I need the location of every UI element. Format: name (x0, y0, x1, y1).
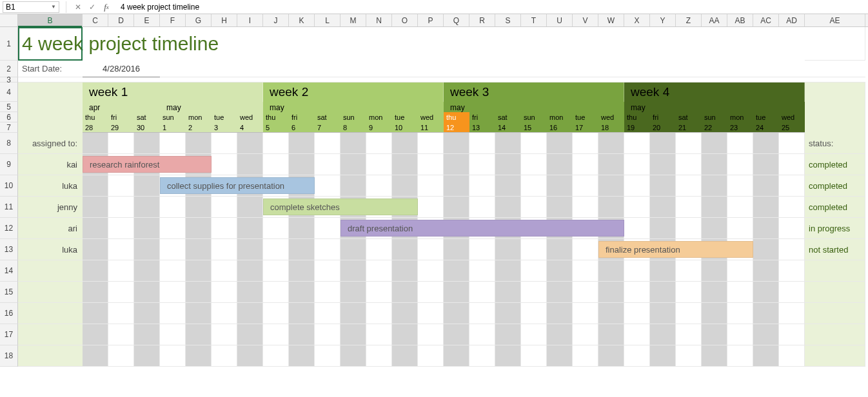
day-cell[interactable] (392, 345, 418, 367)
day-cell[interactable] (753, 239, 779, 260)
column-header-U[interactable]: U (547, 14, 573, 26)
day-cell[interactable] (263, 303, 289, 324)
day-cell[interactable] (624, 303, 650, 324)
cell[interactable] (805, 260, 865, 282)
month-label[interactable] (779, 102, 805, 112)
day-cell[interactable] (598, 260, 624, 282)
day-cell[interactable] (237, 197, 263, 218)
day-cell[interactable] (444, 239, 469, 260)
day-cell[interactable] (315, 175, 340, 197)
day-cell[interactable] (495, 239, 521, 260)
day-name[interactable]: tue (212, 112, 237, 122)
day-cell[interactable] (340, 303, 366, 324)
day-cell[interactable] (779, 197, 805, 218)
day-cell[interactable] (598, 154, 624, 175)
day-number[interactable]: 5 (263, 122, 289, 133)
day-cell[interactable] (702, 260, 727, 282)
day-cell[interactable] (469, 154, 495, 175)
day-cell[interactable] (315, 133, 340, 154)
column-header-R[interactable]: R (469, 14, 495, 26)
day-cell[interactable] (727, 282, 753, 303)
day-cell[interactable] (418, 282, 444, 303)
day-cell[interactable] (315, 303, 340, 324)
day-cell[interactable] (702, 218, 727, 239)
day-name[interactable]: tue (753, 112, 779, 122)
day-cell[interactable] (495, 260, 521, 282)
column-header-S[interactable]: S (495, 14, 521, 26)
day-cell[interactable] (727, 324, 753, 345)
day-cell[interactable] (779, 154, 805, 175)
day-cell[interactable] (263, 345, 289, 367)
day-number[interactable]: 10 (392, 122, 418, 133)
day-name[interactable]: sat (315, 112, 340, 122)
day-cell[interactable] (676, 218, 702, 239)
day-cell[interactable] (547, 197, 573, 218)
cell[interactable] (805, 282, 865, 303)
day-cell[interactable] (160, 218, 186, 239)
day-number[interactable]: 17 (573, 122, 598, 133)
column-header-T[interactable]: T (521, 14, 547, 26)
day-cell[interactable] (418, 154, 444, 175)
week-label[interactable]: week 1 (83, 82, 263, 102)
month-label[interactable]: apr (83, 102, 108, 112)
day-cell[interactable] (134, 282, 160, 303)
day-cell[interactable] (160, 345, 186, 367)
day-cell[interactable] (753, 282, 779, 303)
column-header-V[interactable]: V (573, 14, 598, 26)
day-number[interactable]: 19 (624, 122, 650, 133)
day-cell[interactable] (727, 218, 753, 239)
status-value[interactable]: completed (805, 154, 865, 175)
column-header-AA[interactable]: AA (702, 14, 727, 26)
day-cell[interactable] (676, 324, 702, 345)
day-cell[interactable] (727, 260, 753, 282)
day-cell[interactable] (779, 324, 805, 345)
day-name[interactable]: mon (366, 112, 392, 122)
day-cell[interactable] (727, 133, 753, 154)
day-number[interactable]: 24 (753, 122, 779, 133)
column-header-C[interactable]: C (83, 14, 108, 26)
day-cell[interactable] (495, 282, 521, 303)
day-cell[interactable] (83, 303, 108, 324)
day-cell[interactable] (727, 345, 753, 367)
day-cell[interactable] (779, 218, 805, 239)
day-cell[interactable] (237, 218, 263, 239)
day-cell[interactable] (624, 345, 650, 367)
day-cell[interactable] (650, 154, 676, 175)
day-cell[interactable] (315, 218, 340, 239)
day-number[interactable]: 2 (186, 122, 212, 133)
column-header-W[interactable]: W (598, 14, 624, 26)
day-cell[interactable] (573, 239, 598, 260)
day-cell[interactable] (186, 133, 212, 154)
day-cell[interactable] (650, 197, 676, 218)
day-cell[interactable] (108, 239, 134, 260)
day-cell[interactable] (160, 324, 186, 345)
day-cell[interactable] (134, 197, 160, 218)
status-value[interactable]: in progress (805, 218, 865, 239)
day-cell[interactable] (521, 260, 547, 282)
day-cell[interactable] (108, 175, 134, 197)
day-cell[interactable] (315, 282, 340, 303)
day-cell[interactable] (315, 324, 340, 345)
day-number[interactable]: 12 (444, 122, 469, 133)
day-cell[interactable] (676, 282, 702, 303)
day-cell[interactable] (340, 324, 366, 345)
row-header[interactable]: 16 (0, 303, 18, 324)
column-header-G[interactable]: G (186, 14, 212, 26)
cancel-icon[interactable]: ✕ (73, 2, 83, 12)
day-name[interactable]: fri (469, 112, 495, 122)
month-label[interactable]: may (263, 102, 289, 112)
day-cell[interactable] (134, 303, 160, 324)
assignee-name[interactable]: luka (18, 239, 83, 260)
row-header[interactable]: 11 (0, 197, 18, 218)
day-cell[interactable] (573, 154, 598, 175)
status-value[interactable]: completed (805, 175, 865, 197)
day-cell[interactable] (366, 154, 392, 175)
day-cell[interactable] (547, 154, 573, 175)
day-cell[interactable] (83, 197, 108, 218)
day-cell[interactable] (547, 324, 573, 345)
status-label[interactable]: status: (805, 133, 865, 154)
day-cell[interactable] (469, 303, 495, 324)
day-cell[interactable] (753, 260, 779, 282)
day-cell[interactable] (289, 282, 315, 303)
day-name[interactable]: fri (289, 112, 315, 122)
